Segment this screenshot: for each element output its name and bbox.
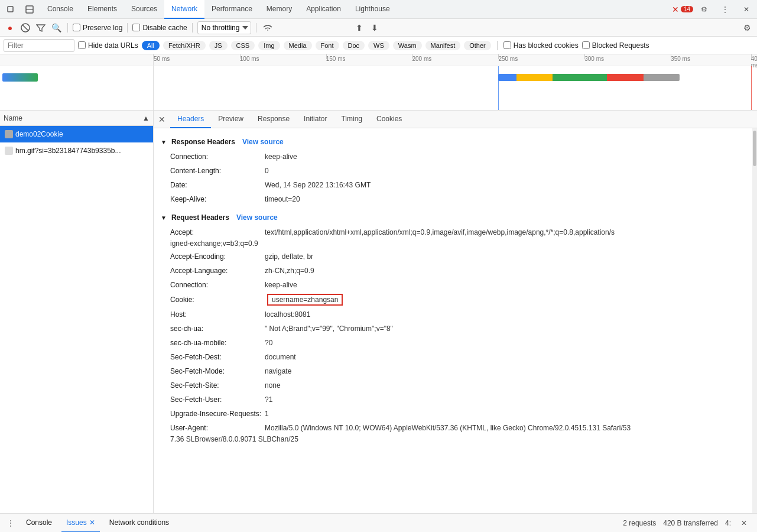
- header-cookie: Cookie: username=zhangsan: [161, 292, 745, 307]
- close-panel-button[interactable]: ✕: [158, 115, 165, 124]
- has-blocked-cookies-checkbox[interactable]: [503, 41, 511, 49]
- close-icon[interactable]: ✕: [738, 1, 755, 18]
- tab-memory[interactable]: Memory: [259, 0, 299, 19]
- header-accept-language: Accept-Language: zh-CN,zh;q=0.9: [161, 264, 745, 278]
- header-connection: Connection: keep-alive: [161, 150, 745, 164]
- waterfall-main-bar: [498, 74, 679, 81]
- blue-timeline-line: [498, 66, 499, 111]
- filter-chip-ws[interactable]: WS: [368, 41, 389, 50]
- main-content: Name ▲ demo02Cookie hm.gif?si=3b23184774…: [0, 111, 757, 513]
- tab-lighthouse[interactable]: Lighthouse: [348, 0, 397, 19]
- filter-chip-all[interactable]: All: [142, 41, 160, 50]
- throttle-select[interactable]: No throttling Slow 3G Fast 3G: [197, 21, 251, 34]
- tab-elements[interactable]: Elements: [80, 0, 124, 19]
- left-items-list: demo02Cookie hm.gif?si=3b231847743b9335b…: [0, 126, 153, 513]
- bottom-more-icon[interactable]: ⋮: [5, 517, 17, 529]
- tab-sources[interactable]: Sources: [124, 0, 164, 19]
- filter-chip-manifest[interactable]: Manifest: [425, 41, 461, 50]
- ruler-tick-300: 300 ms: [584, 54, 604, 62]
- tab-console[interactable]: Console: [40, 0, 80, 19]
- tab-application[interactable]: Application: [299, 0, 348, 19]
- restore-icon[interactable]: [2, 1, 19, 18]
- dock-icon[interactable]: [21, 1, 38, 18]
- request-headers-toggle[interactable]: ▼: [161, 215, 167, 221]
- wifi-icon[interactable]: [261, 21, 274, 34]
- ruler-left-space: [0, 54, 154, 66]
- filter-chip-doc[interactable]: Doc: [343, 41, 365, 50]
- filter-chip-font[interactable]: Font: [316, 41, 339, 50]
- bottom-tab-network-conditions-label: Network conditions: [109, 518, 169, 527]
- filter-input[interactable]: [4, 39, 74, 52]
- red-timeline-line: [751, 66, 752, 111]
- preserve-log-checkbox[interactable]: [73, 24, 80, 31]
- preserve-log-label[interactable]: Preserve log: [73, 24, 122, 32]
- header-sec-fetch-dest: Sec-Fetch-Dest: document: [161, 350, 745, 364]
- list-item-demo02cookie[interactable]: demo02Cookie: [0, 126, 153, 142]
- transferred-size: 420 B transferred: [663, 519, 718, 527]
- filter-chip-other[interactable]: Other: [464, 41, 491, 50]
- request-headers-view-source[interactable]: View source: [236, 213, 278, 222]
- bottom-tab-console-label: Console: [26, 518, 52, 527]
- tab-timing[interactable]: Timing: [334, 111, 369, 128]
- tab-network[interactable]: Network: [164, 0, 204, 19]
- header-sec-ch-ua: sec-ch-ua: " Not A;Brand";v="99", "Chrom…: [161, 322, 745, 336]
- header-accept: Accept: text/html,application/xhtml+xml,…: [161, 225, 745, 239]
- left-panel: Name ▲ demo02Cookie hm.gif?si=3b23184774…: [0, 111, 154, 513]
- tab-headers[interactable]: Headers: [170, 111, 211, 128]
- list-item-hm-gif[interactable]: hm.gif?si=3b231847743b9335b...: [0, 142, 153, 159]
- toolbar-sep-2: [127, 23, 128, 33]
- error-count-badge: 14: [681, 6, 693, 12]
- bottom-tab-issues[interactable]: Issues ✕: [61, 514, 100, 533]
- sort-icon[interactable]: ▲: [142, 114, 150, 122]
- filter-chip-wasm[interactable]: Wasm: [393, 41, 422, 50]
- header-sec-fetch-mode: Sec-Fetch-Mode: navigate: [161, 364, 745, 378]
- bottom-tab-console[interactable]: Console: [21, 514, 57, 533]
- filter-chip-js[interactable]: JS: [209, 41, 228, 50]
- search-button[interactable]: 🔍: [50, 21, 63, 34]
- bottom-tab-issues-close[interactable]: ✕: [89, 518, 95, 527]
- hide-data-urls-checkbox[interactable]: [78, 41, 86, 49]
- tab-performance[interactable]: Performance: [204, 0, 259, 19]
- response-headers-toggle[interactable]: ▼: [161, 139, 167, 145]
- record-button[interactable]: ●: [4, 21, 17, 34]
- timeline-ruler: 50 ms 100 ms 150 ms 200 ms 250 ms 300 ms…: [0, 54, 757, 66]
- bottom-tab-network-conditions[interactable]: Network conditions: [105, 514, 174, 533]
- network-settings-button[interactable]: ⚙: [740, 21, 753, 34]
- disable-cache-checkbox[interactable]: [132, 24, 140, 31]
- header-user-agent: User-Agent: Mozilla/5.0 (Windows NT 10.0…: [161, 421, 745, 435]
- tab-preview[interactable]: Preview: [211, 111, 251, 128]
- requests-count: 2 requests: [623, 519, 656, 527]
- filter-chip-css[interactable]: CSS: [231, 41, 255, 50]
- response-headers-view-source[interactable]: View source: [242, 138, 284, 146]
- disable-cache-label[interactable]: Disable cache: [132, 24, 187, 32]
- error-badge-btn[interactable]: ✕ 14: [674, 1, 691, 18]
- filter-bar: Hide data URLs All Fetch/XHR JS CSS Img …: [0, 37, 757, 54]
- close-devtools-button[interactable]: ✕: [736, 515, 752, 531]
- blocked-requests-checkbox[interactable]: [582, 41, 590, 49]
- tab-cookies[interactable]: Cookies: [369, 111, 409, 128]
- more-icon[interactable]: ⋮: [717, 1, 733, 18]
- header-req-connection: Connection: keep-alive: [161, 278, 745, 292]
- blocked-requests-label[interactable]: Blocked Requests: [582, 41, 649, 50]
- filter-chip-img[interactable]: Img: [258, 41, 280, 50]
- clear-button[interactable]: [19, 21, 32, 34]
- filter-chip-fetch-xhr[interactable]: Fetch/XHR: [163, 41, 206, 50]
- right-scrollbar[interactable]: [752, 128, 757, 513]
- right-scrollbar-thumb[interactable]: [753, 131, 756, 166]
- ruler-tick-350: 350 ms: [671, 54, 690, 62]
- export-button[interactable]: ⬇: [368, 21, 381, 34]
- other-status: 4:: [725, 519, 731, 527]
- filter-chip-media[interactable]: Media: [284, 41, 312, 50]
- status-area: 2 requests 420 B transferred 4:: [623, 519, 731, 527]
- import-button[interactable]: ⬆: [353, 21, 366, 34]
- tab-response[interactable]: Response: [251, 111, 297, 128]
- hide-data-urls-label[interactable]: Hide data URLs: [78, 41, 138, 50]
- ruler-tick-100: 100 ms: [240, 54, 259, 62]
- filter-toggle-button[interactable]: [34, 21, 47, 34]
- page-icon-2: [5, 147, 13, 155]
- tab-initiator[interactable]: Initiator: [297, 111, 334, 128]
- settings-icon[interactable]: ⚙: [696, 1, 712, 18]
- has-blocked-cookies-label[interactable]: Has blocked cookies: [503, 41, 579, 50]
- svg-rect-1: [8, 7, 12, 11]
- ruler-tick-200: 200 ms: [412, 54, 431, 62]
